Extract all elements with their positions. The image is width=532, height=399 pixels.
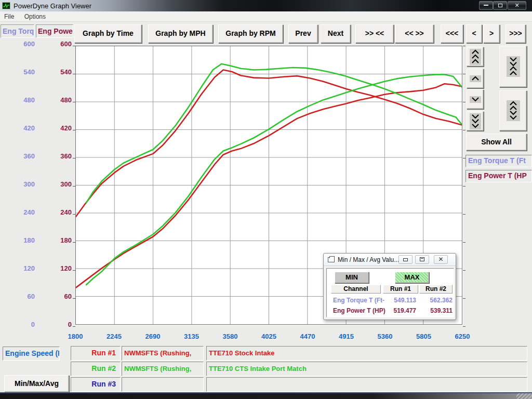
torque-ytick: 120 <box>4 264 35 273</box>
power-ytick: 420 <box>41 124 72 132</box>
power-ytick: 120 <box>41 264 72 273</box>
minimize-button[interactable] <box>479 1 493 10</box>
axis-tick-mark <box>73 326 75 327</box>
scroll-up-fast-button-icon <box>470 49 481 65</box>
max-toggle-button[interactable]: MAX <box>395 272 429 283</box>
minmax-column-header: Run #2 <box>419 285 453 294</box>
minmax-column-header: Channel <box>331 285 381 294</box>
minmax-run1-value: 549.113 <box>383 297 416 304</box>
minmax-close-button[interactable]: ✕ <box>434 255 448 264</box>
rpm-xtick: 2245 <box>98 332 131 341</box>
scroll-down-button-icon <box>470 96 481 103</box>
next-button[interactable]: Next <box>321 24 351 43</box>
x-axis-label-box: Engine Speed (RPM <box>3 347 60 361</box>
title-bar[interactable]: PowerDyne Graph Viewer ✕ <box>0 0 532 11</box>
axis-tick-mark <box>463 326 466 327</box>
graph-by-time-button[interactable]: Graph by Time <box>74 24 142 43</box>
power-axis-header: Eng Power <box>36 24 73 38</box>
torque-ytick: 480 <box>4 96 35 104</box>
axis-tick-mark <box>463 214 466 215</box>
power-ytick: 300 <box>41 180 72 189</box>
minmax-window-title: Min / Max / Avg Valu... <box>338 256 399 263</box>
zoom-in-y-button[interactable] <box>499 46 527 87</box>
scroll-down-button[interactable] <box>467 89 484 109</box>
zoom-out-y-button-icon <box>507 100 520 121</box>
scroll-left-button[interactable]: < <box>466 24 482 43</box>
min-toggle-button[interactable]: MIN <box>335 272 369 283</box>
axis-tick-mark <box>463 270 466 271</box>
scroll-down-fast-button[interactable] <box>467 111 484 131</box>
rpm-xtick: 3135 <box>175 332 208 341</box>
rpm-xtick: 3580 <box>214 332 247 341</box>
scroll-far-right-button[interactable]: >>> <box>506 24 526 43</box>
run-file-box <box>122 377 204 392</box>
axis-tick-mark <box>463 130 466 130</box>
prev-button[interactable]: Prev <box>288 24 318 43</box>
axis-tick-mark <box>463 102 466 102</box>
run-description-box <box>206 377 527 392</box>
power-ytick: 240 <box>41 208 72 217</box>
minmax-column-header: Run #1 <box>383 285 418 294</box>
rpm-xtick: 1800 <box>59 332 92 341</box>
rpm-xtick: 4915 <box>330 332 363 341</box>
axis-tick-mark <box>463 298 466 299</box>
torque-ytick: 0 <box>4 321 35 329</box>
menu-file[interactable]: File <box>0 11 18 20</box>
zoom-out-y-button[interactable] <box>499 90 527 131</box>
rpm-xtick: 2690 <box>136 332 169 341</box>
rpm-xtick: 6250 <box>446 332 479 341</box>
power-ytick: 480 <box>41 96 72 104</box>
torque-ytick: 60 <box>4 292 35 301</box>
scroll-up-button[interactable] <box>467 69 484 88</box>
scroll-up-button-icon <box>470 75 481 82</box>
run-label-box: Run #3 <box>71 377 121 392</box>
minmax-run2-value: 562.362 <box>419 297 453 304</box>
power-ytick: 360 <box>41 152 72 161</box>
minmax-channel-cell: Eng Torque T (Ft- <box>333 297 384 304</box>
minmaxavg-button[interactable]: Min/Max/Avg <box>4 375 69 392</box>
power-ytick: 540 <box>41 68 72 76</box>
menu-bar: File Options <box>0 11 532 22</box>
minmax-title-bar[interactable]: Min / Max / Avg Valu... ✕ <box>324 254 456 266</box>
show-all-button[interactable]: Show All <box>466 134 527 151</box>
torque-ytick: 420 <box>4 124 35 132</box>
menu-options[interactable]: Options <box>20 11 50 20</box>
zoom-in-x-button[interactable]: >> << <box>355 24 394 43</box>
resize-grip[interactable] <box>516 393 532 399</box>
window-title: PowerDyne Graph Viewer <box>14 2 91 10</box>
scroll-up-fast-button[interactable] <box>467 47 484 66</box>
rpm-xtick: 4025 <box>252 332 286 341</box>
power-ytick: 60 <box>41 292 72 301</box>
axis-tick-mark <box>463 242 466 243</box>
minmax-minimize-button[interactable] <box>398 255 413 264</box>
rpm-xtick: 5360 <box>368 332 402 341</box>
minmax-run1-value: 519.477 <box>383 307 416 314</box>
zoom-in-y-button-icon <box>507 56 520 77</box>
graph-by-mph-button[interactable]: Graph by MPH <box>148 24 213 43</box>
minmax-channel-cell: Eng Power T (HP) <box>333 307 385 314</box>
graph-by-rpm-button[interactable]: Graph by RPM <box>218 24 283 43</box>
curve-2 <box>86 64 462 203</box>
powerdyne-window: PowerDyne Graph Viewer ✕ File Options Gr… <box>0 0 532 399</box>
axis-tick-mark <box>463 186 466 187</box>
bottom-strip <box>0 393 532 399</box>
torque-ytick: 180 <box>4 236 35 245</box>
zoom-out-x-button[interactable]: << >> <box>395 24 434 43</box>
scroll-right-button[interactable]: > <box>483 24 500 43</box>
minmax-values-window: Min / Max / Avg Valu... ✕ MIN MAX Channe… <box>323 253 456 320</box>
torque-ytick: 600 <box>4 40 35 48</box>
torque-ytick: 300 <box>4 180 35 189</box>
minmax-window-icon <box>328 257 335 262</box>
run-file-box: NWMSFTS (Rushing, <box>122 362 204 376</box>
torque-legend-box: Eng Torque T (Ft <box>466 155 532 167</box>
close-button[interactable]: ✕ <box>508 1 526 10</box>
rpm-xtick: 4470 <box>291 332 324 341</box>
run-description-box: TTE710 CTS Intake Port Match <box>206 362 527 376</box>
power-legend-box: Eng Power T (HP <box>466 170 532 182</box>
torque-ytick: 360 <box>4 152 35 161</box>
scroll-down-fast-button-icon <box>470 113 481 129</box>
maximize-button[interactable] <box>493 1 507 10</box>
minmax-restore-button[interactable] <box>415 255 429 264</box>
axis-tick-mark <box>463 46 466 46</box>
scroll-far-left-button[interactable]: <<< <box>441 24 463 43</box>
